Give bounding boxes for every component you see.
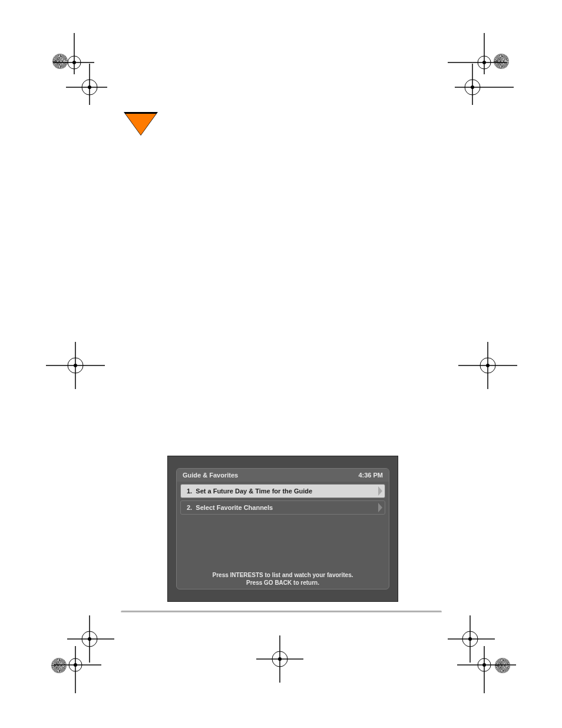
print-mark-circle xyxy=(494,54,509,69)
svg-point-14 xyxy=(465,80,480,95)
crop-mark-top-left-b xyxy=(66,64,107,105)
divider xyxy=(121,611,442,613)
svg-point-10 xyxy=(478,56,491,69)
print-mark-circle xyxy=(495,658,510,673)
svg-point-30 xyxy=(69,658,82,671)
guide-item-number: 2. xyxy=(187,504,192,511)
guide-clock: 4:36 PM xyxy=(358,472,383,479)
svg-point-42 xyxy=(478,658,491,671)
svg-point-2 xyxy=(68,56,81,69)
svg-point-34 xyxy=(272,651,287,667)
guide-item-label: Select Favorite Channels xyxy=(196,504,273,511)
crop-mark-bottom-center xyxy=(256,635,303,683)
svg-point-15 xyxy=(471,85,474,89)
print-mark-circle xyxy=(51,658,67,673)
svg-point-7 xyxy=(88,85,91,89)
crop-mark-middle-right xyxy=(458,342,517,389)
guide-item-set-future[interactable]: 1. Set a Future Day & Time for the Guide xyxy=(180,484,385,498)
down-triangle-icon xyxy=(125,114,156,135)
svg-point-39 xyxy=(468,637,472,641)
guide-favorites-screenshot: Guide & Favorites 4:36 PM 1. Set a Futur… xyxy=(167,456,398,602)
guide-footer-line: Press INTERESTS to list and watch your f… xyxy=(177,571,389,579)
svg-point-6 xyxy=(82,80,97,95)
svg-point-38 xyxy=(462,631,478,647)
svg-point-43 xyxy=(482,663,486,667)
guide-item-select-favorites[interactable]: 2. Select Favorite Channels xyxy=(180,500,385,515)
guide-item-number: 1. xyxy=(187,487,192,495)
svg-point-35 xyxy=(278,657,282,661)
chevron-right-icon xyxy=(378,503,382,512)
svg-point-31 xyxy=(74,663,77,667)
svg-point-22 xyxy=(480,358,495,373)
svg-point-11 xyxy=(482,61,486,64)
svg-point-18 xyxy=(68,358,83,373)
svg-point-19 xyxy=(74,364,77,367)
guide-title: Guide & Favorites xyxy=(183,472,238,479)
svg-point-23 xyxy=(486,364,490,367)
guide-footer: Press INTERESTS to list and watch your f… xyxy=(177,571,389,587)
chevron-right-icon xyxy=(378,486,382,496)
print-mark-circle xyxy=(52,54,68,69)
svg-point-27 xyxy=(88,637,91,641)
svg-point-26 xyxy=(82,631,97,647)
guide-item-label: Set a Future Day & Time for the Guide xyxy=(196,487,312,495)
crop-mark-bottom-right-a xyxy=(448,615,495,663)
svg-point-3 xyxy=(72,61,76,64)
guide-footer-line: Press GO BACK to return. xyxy=(177,579,389,587)
crop-mark-bottom-left-a xyxy=(67,615,114,663)
guide-panel: Guide & Favorites 4:36 PM 1. Set a Futur… xyxy=(176,468,389,589)
crop-mark-top-right-b xyxy=(455,64,514,105)
crop-mark-middle-left xyxy=(46,342,105,389)
guide-header: Guide & Favorites 4:36 PM xyxy=(177,469,389,482)
